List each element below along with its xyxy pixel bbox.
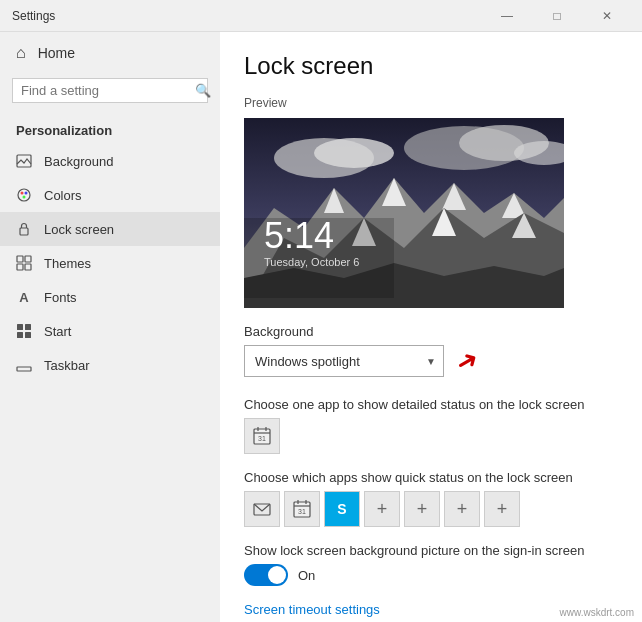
sidebar-item-themes[interactable]: Themes — [0, 246, 220, 280]
background-dropdown-row: Windows spotlight Picture Slideshow ▼ ➜ — [244, 345, 618, 377]
sidebar-item-lock-screen[interactable]: Lock screen — [0, 212, 220, 246]
quick-status-apps-row: 31 S + + + + — [244, 491, 618, 527]
toggle-label: On — [298, 568, 315, 583]
svg-text:31: 31 — [258, 435, 266, 442]
sidebar-item-label-start: Start — [44, 324, 71, 339]
add-app-icon-4[interactable]: + — [484, 491, 520, 527]
sidebar-item-taskbar[interactable]: Taskbar — [0, 348, 220, 382]
svg-rect-5 — [20, 228, 28, 235]
sidebar-item-label-background: Background — [44, 154, 113, 169]
settings-window: Settings — □ ✕ ⌂ Home 🔍 Personalization … — [0, 0, 642, 622]
sidebar-item-label-colors: Colors — [44, 188, 82, 203]
background-icon — [16, 153, 32, 169]
search-icon: 🔍 — [195, 83, 211, 98]
fonts-icon: A — [16, 289, 32, 305]
sidebar-section-label: Personalization — [0, 115, 220, 144]
svg-text:31: 31 — [298, 508, 306, 515]
background-section: Background Windows spotlight Picture Sli… — [244, 324, 618, 377]
quick-status-section: Choose which apps show quick status on t… — [244, 470, 618, 527]
page-title: Lock screen — [244, 52, 618, 80]
close-button[interactable]: ✕ — [584, 0, 630, 32]
sidebar-item-colors[interactable]: Colors — [0, 178, 220, 212]
minimize-button[interactable]: — — [484, 0, 530, 32]
colors-icon — [16, 187, 32, 203]
titlebar-controls: — □ ✕ — [484, 0, 630, 32]
maximize-button[interactable]: □ — [534, 0, 580, 32]
home-icon: ⌂ — [16, 44, 26, 62]
titlebar-title: Settings — [12, 9, 484, 23]
clock-display: 5:14 Tuesday, October 6 — [264, 218, 359, 268]
mail-app-icon[interactable] — [244, 491, 280, 527]
svg-point-3 — [25, 192, 28, 195]
sidebar-home-button[interactable]: ⌂ Home — [0, 32, 220, 74]
sidebar-item-background[interactable]: Background — [0, 144, 220, 178]
toggle-knob — [268, 566, 286, 584]
svg-rect-12 — [17, 332, 23, 338]
svg-rect-9 — [25, 264, 31, 270]
background-dropdown-wrapper[interactable]: Windows spotlight Picture Slideshow ▼ — [244, 345, 444, 377]
search-input[interactable] — [21, 83, 189, 98]
svg-point-4 — [23, 196, 26, 199]
sign-in-label: Show lock screen background picture on t… — [244, 543, 618, 558]
taskbar-icon — [16, 357, 32, 373]
detailed-status-section: Choose one app to show detailed status o… — [244, 397, 618, 454]
lock-screen-icon — [16, 221, 32, 237]
sign-in-section: Show lock screen background picture on t… — [244, 543, 618, 586]
background-dropdown[interactable]: Windows spotlight Picture Slideshow — [244, 345, 444, 377]
svg-rect-14 — [17, 367, 31, 371]
main-content: Lock screen Preview — [220, 32, 642, 622]
svg-point-2 — [21, 192, 24, 195]
svg-rect-10 — [17, 324, 23, 330]
sidebar-item-label-fonts: Fonts — [44, 290, 77, 305]
preview-label: Preview — [244, 96, 618, 110]
svg-point-1 — [18, 189, 30, 201]
start-icon — [16, 323, 32, 339]
svg-point-17 — [314, 138, 394, 168]
sidebar-item-label-themes: Themes — [44, 256, 91, 271]
preview-background — [244, 118, 564, 308]
add-app-icon-1[interactable]: + — [364, 491, 400, 527]
calendar-quick-icon[interactable]: 31 — [284, 491, 320, 527]
sidebar-item-label-taskbar: Taskbar — [44, 358, 90, 373]
red-arrow-icon: ➜ — [451, 344, 483, 378]
svg-rect-7 — [25, 256, 31, 262]
toggle-row: On — [244, 564, 618, 586]
clock-time: 5:14 — [264, 218, 359, 254]
add-app-icon-2[interactable]: + — [404, 491, 440, 527]
mail-svg — [252, 499, 272, 519]
quick-status-label: Choose which apps show quick status on t… — [244, 470, 618, 485]
sign-in-toggle[interactable] — [244, 564, 288, 586]
detailed-status-label: Choose one app to show detailed status o… — [244, 397, 618, 412]
skype-app-icon[interactable]: S — [324, 491, 360, 527]
screen-timeout-link[interactable]: Screen timeout settings — [244, 602, 380, 617]
clock-date: Tuesday, October 6 — [264, 256, 359, 268]
sidebar: ⌂ Home 🔍 Personalization Background Colo… — [0, 32, 220, 622]
svg-rect-8 — [17, 264, 23, 270]
add-app-icon-3[interactable]: + — [444, 491, 480, 527]
calendar-quick-svg: 31 — [292, 499, 312, 519]
home-label: Home — [38, 45, 75, 61]
svg-rect-11 — [25, 324, 31, 330]
background-label: Background — [244, 324, 618, 339]
detailed-status-apps-row: 31 — [244, 418, 618, 454]
calendar-svg: 31 — [252, 426, 272, 446]
calendar-detailed-icon[interactable]: 31 — [244, 418, 280, 454]
themes-icon — [16, 255, 32, 271]
svg-rect-6 — [17, 256, 23, 262]
lock-screen-preview: 5:14 Tuesday, October 6 — [244, 118, 564, 308]
titlebar: Settings — □ ✕ — [0, 0, 642, 32]
sidebar-item-label-lock-screen: Lock screen — [44, 222, 114, 237]
window-content: ⌂ Home 🔍 Personalization Background Colo… — [0, 32, 642, 622]
sidebar-item-start[interactable]: Start — [0, 314, 220, 348]
watermark: www.wskdrt.com — [560, 607, 634, 618]
search-box[interactable]: 🔍 — [12, 78, 208, 103]
sidebar-item-fonts[interactable]: A Fonts — [0, 280, 220, 314]
svg-rect-13 — [25, 332, 31, 338]
